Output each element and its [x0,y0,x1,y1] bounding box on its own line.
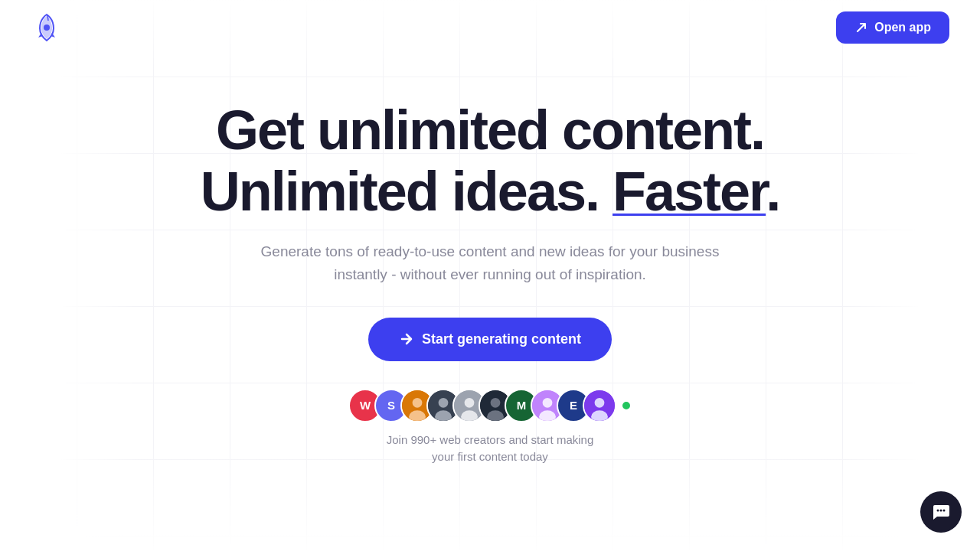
svg-point-9 [461,410,478,422]
external-link-icon [854,21,868,34]
hero-subtitle: Generate tons of ready-to-use content an… [261,240,720,287]
hero-title-faster: Faster [612,161,766,222]
social-proof-line1: Join 990+ web creators and start making [387,433,594,446]
svg-point-12 [487,410,504,422]
svg-point-3 [409,410,426,422]
social-proof-text: Join 990+ web creators and start making … [387,432,594,466]
cta-button[interactable]: Start generating content [368,318,612,361]
rocket-icon [31,11,63,44]
svg-point-18 [591,410,608,422]
chat-icon [931,502,951,522]
svg-point-14 [543,398,553,408]
avatars-row: W S M E [348,389,632,422]
arrow-right-icon [399,331,414,347]
hero-subtitle-line1: Generate tons of ready-to-use content an… [261,243,720,259]
social-proof-line2: your first content today [432,450,548,463]
svg-point-0 [44,24,50,31]
header: Open app [0,0,980,55]
social-proof-section: W S M E [348,389,632,466]
svg-point-15 [539,410,556,422]
hero-title-line2-start: Unlimited ideas. [201,161,599,222]
main-content: Get unlimited content. Unlimited ideas. … [0,0,980,551]
open-app-button[interactable]: Open app [836,11,949,44]
svg-point-8 [465,398,475,408]
cta-label: Start generating content [422,331,581,347]
svg-point-20 [940,510,942,512]
online-indicator [621,400,632,411]
hero-subtitle-line2: instantly - without ever running out of … [334,266,646,282]
svg-point-21 [943,510,946,512]
svg-point-19 [937,510,939,512]
svg-point-2 [413,398,423,408]
svg-point-5 [439,398,449,408]
hero-title: Get unlimited content. Unlimited ideas. … [201,100,779,221]
svg-point-11 [491,398,501,408]
svg-point-6 [435,410,452,422]
avatar-10 [583,389,616,422]
open-app-label: Open app [874,21,931,34]
svg-point-17 [595,398,605,408]
hero-title-line1: Get unlimited content. [216,99,764,161]
logo [31,11,63,44]
chat-button[interactable] [920,491,962,533]
